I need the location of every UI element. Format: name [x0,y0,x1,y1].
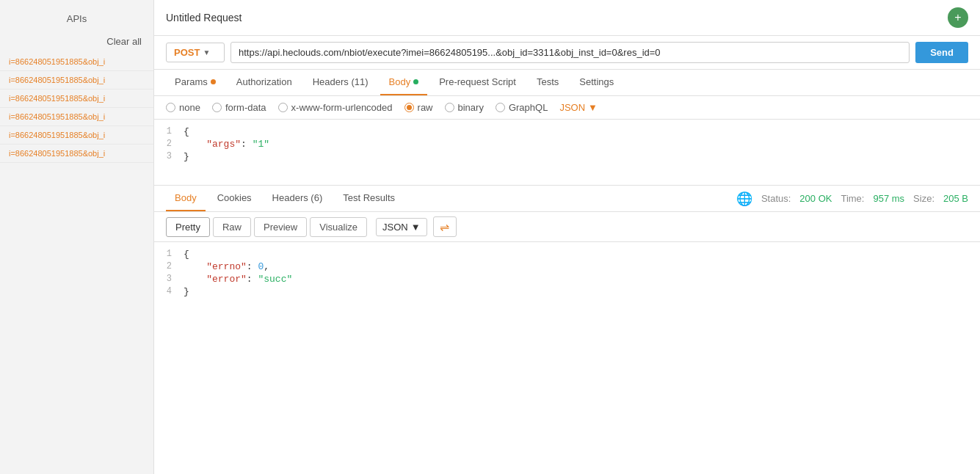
tab-tests-label: Tests [537,76,559,87]
code-content: { [184,249,980,260]
send-button[interactable]: Send [915,42,968,63]
chevron-down-icon: ▼ [588,102,598,113]
request-tabs-bar: Params Authorization Headers (11) Body P… [154,70,980,96]
wrap-button[interactable]: ⇌ [433,216,457,237]
time-label: Time: [841,193,864,204]
method-select[interactable]: POST ▼ [166,43,225,62]
response-tab-cookies[interactable]: Cookies [208,186,261,211]
code-content: { [184,126,980,137]
tab-pre-request-label: Pre-request Script [439,76,516,87]
tab-body[interactable]: Body [380,70,428,95]
url-bar: POST ▼ Send [154,36,980,70]
response-line-4: 4 } [154,285,980,298]
sidebar: APIs Clear all i=866248051951885&obj_i i… [0,0,154,474]
code-content: } [184,151,980,162]
response-tab-test-results[interactable]: Test Results [334,186,404,211]
radio-circle-none [166,103,175,112]
format-pretty-button[interactable]: Pretty [166,217,210,237]
tab-settings-label: Settings [579,76,614,87]
method-label: POST [174,47,200,58]
line-number: 1 [154,249,184,259]
request-title: Untitled Request [166,12,940,23]
code-content: "error": "succ" [184,274,980,285]
sidebar-apis-label: APIs [0,7,153,30]
radio-none[interactable]: none [166,102,200,113]
radio-binary[interactable]: binary [445,102,484,113]
size-label: Size: [913,193,934,204]
body-options: none form-data x-www-form-urlencoded raw… [154,96,980,120]
tab-authorization[interactable]: Authorization [228,70,301,95]
request-body-editor[interactable]: 1 { 2 "args": "1" 3 } [154,120,980,186]
radio-raw-label: raw [418,102,433,113]
radio-graphql[interactable]: GraphQL [496,102,548,113]
line-number: 3 [154,151,184,161]
url-input[interactable] [231,42,910,63]
response-line-2: 2 "errno": 0, [154,260,980,273]
radio-inner-raw [407,105,412,110]
chevron-down-icon: ▼ [203,48,210,56]
tab-authorization-label: Authorization [236,76,292,87]
response-json-type-label: JSON [382,222,408,233]
response-json-type-selector[interactable]: JSON ▼ [376,218,427,236]
tab-params[interactable]: Params [166,70,225,95]
response-tab-cookies-label: Cookies [217,192,252,203]
code-line-2: 2 "args": "1" [154,138,980,150]
chevron-down-icon: ▼ [411,222,421,233]
response-format-bar: Pretty Raw Preview Visualize JSON ▼ ⇌ [154,212,980,242]
json-type-selector[interactable]: JSON ▼ [559,102,598,113]
code-content: } [184,286,980,297]
tab-headers[interactable]: Headers (11) [304,70,377,95]
tab-pre-request-script[interactable]: Pre-request Script [430,70,525,95]
response-tabs-bar: Body Cookies Headers (6) Test Results 🌐 … [154,186,980,212]
radio-binary-label: binary [458,102,484,113]
format-raw-button[interactable]: Raw [213,217,251,237]
radio-raw[interactable]: raw [404,102,433,113]
code-content: "args": "1" [184,139,980,150]
response-body: 1 { 2 "errno": 0, 3 "error": "succ" 4 } [154,242,980,474]
radio-form-data[interactable]: form-data [212,102,266,113]
format-preview-button[interactable]: Preview [254,217,307,237]
response-tab-headers[interactable]: Headers (6) [264,186,332,211]
body-dot [413,79,418,84]
format-visualize-button[interactable]: Visualize [310,217,367,237]
tab-settings[interactable]: Settings [570,70,623,95]
line-number: 2 [154,261,184,271]
status-bar: 🌐 Status: 200 OK Time: 957 ms Size: 205 … [736,191,968,207]
json-type-label: JSON [559,102,585,113]
response-line-3: 3 "error": "succ" [154,273,980,285]
list-item[interactable]: i=866248051951885&obj_i [0,53,153,71]
tab-tests[interactable]: Tests [528,70,567,95]
list-item[interactable]: i=866248051951885&obj_i [0,71,153,90]
radio-urlencoded[interactable]: x-www-form-urlencoded [278,102,393,113]
status-value: 200 OK [799,193,832,204]
response-section: Body Cookies Headers (6) Test Results 🌐 … [154,186,980,474]
tab-params-label: Params [175,76,208,87]
response-tab-body[interactable]: Body [166,186,206,211]
response-tab-headers-label: Headers (6) [272,192,323,203]
tab-headers-label: Headers (11) [313,76,369,87]
code-content: "errno": 0, [184,261,980,272]
code-line-3: 3 } [154,150,980,163]
add-button[interactable]: + [948,7,968,28]
radio-none-label: none [179,102,200,113]
line-number: 1 [154,126,184,136]
radio-circle-graphql [496,103,505,112]
line-number: 4 [154,286,184,296]
time-value: 957 ms [873,193,904,204]
list-item[interactable]: i=866248051951885&obj_i [0,108,153,126]
globe-icon: 🌐 [736,191,752,207]
radio-circle-urlencoded [278,103,288,112]
top-bar: Untitled Request + [154,0,980,36]
tab-body-label: Body [389,76,411,87]
list-item[interactable]: i=866248051951885&obj_i [0,145,153,163]
radio-graphql-label: GraphQL [509,102,548,113]
main-panel: Untitled Request + POST ▼ Send Params Au… [154,0,980,474]
wrap-icon: ⇌ [440,220,449,234]
clear-all-button[interactable]: Clear all [0,30,153,53]
list-item[interactable]: i=866248051951885&obj_i [0,90,153,108]
list-item[interactable]: i=866248051951885&obj_i [0,126,153,145]
response-tab-body-label: Body [175,192,197,203]
line-number: 3 [154,274,184,284]
response-tab-test-results-label: Test Results [343,192,395,203]
line-number: 2 [154,139,184,149]
